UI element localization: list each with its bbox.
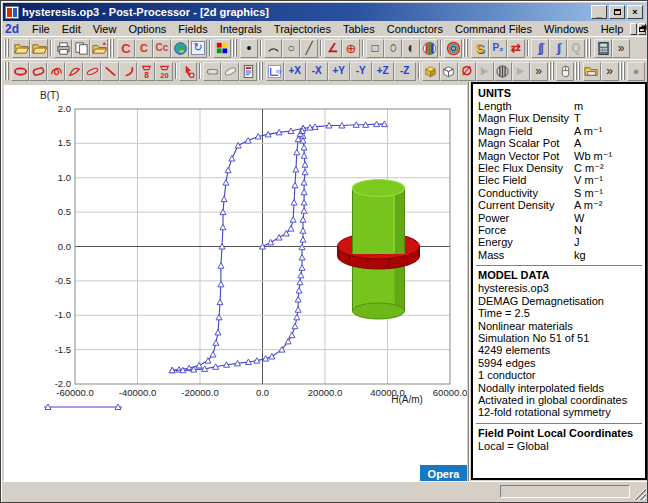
colormap-button[interactable] xyxy=(213,39,231,58)
view-plus-z-button[interactable]: +Z xyxy=(372,62,394,81)
reload-button[interactable]: ↻ xyxy=(189,39,207,58)
menu-item-windows[interactable]: Windows xyxy=(538,23,595,35)
toolbar-sep xyxy=(175,63,177,79)
maximize-button[interactable] xyxy=(609,5,625,19)
mouse-settings-button[interactable] xyxy=(556,62,574,81)
minimize-button[interactable]: _ xyxy=(591,5,607,19)
plane-xy-button[interactable]: xy xyxy=(266,62,284,81)
toolbar-sep xyxy=(440,40,442,56)
copy-button[interactable] xyxy=(72,39,90,58)
coil-racetrack-button[interactable] xyxy=(29,62,47,81)
print-output-button[interactable] xyxy=(583,62,601,81)
menu-item-conductors[interactable]: Conductors xyxy=(381,23,449,35)
potential-button[interactable]: P₂ xyxy=(489,39,507,58)
print-button[interactable] xyxy=(54,39,72,58)
toolbar-grip[interactable] xyxy=(549,62,555,80)
target-tool-button[interactable]: ⊕ xyxy=(342,39,360,58)
zoom-query-button[interactable]: Q xyxy=(567,39,585,58)
toolbar-grip[interactable] xyxy=(575,62,581,80)
energy-button[interactable]: S xyxy=(471,39,489,58)
coil-thin-button[interactable] xyxy=(83,62,101,81)
unit-value: N xyxy=(574,224,582,236)
child-minimize-button[interactable]: _ xyxy=(630,23,636,35)
more-output-button[interactable]: » xyxy=(601,62,619,81)
pencil-button[interactable] xyxy=(221,62,239,81)
menu-item-view[interactable]: View xyxy=(87,23,123,35)
more-tools-button[interactable]: » xyxy=(612,39,630,58)
conductors-small-button[interactable]: C xyxy=(135,39,153,58)
replay-button[interactable]: ▶ xyxy=(512,62,530,81)
menu-item-trajectories[interactable]: Trajectories xyxy=(268,23,337,35)
copy-conductors-button[interactable]: Cc xyxy=(153,39,171,58)
graph-canvas[interactable]: -60000.0-40000.0-20000.00.020000.040000.… xyxy=(4,85,467,483)
record-button[interactable]: ● xyxy=(627,62,645,81)
view-plus-x-button[interactable]: +X xyxy=(284,62,306,81)
view-minus-y-button[interactable]: -Y xyxy=(350,62,372,81)
toolbar-grip[interactable] xyxy=(232,39,239,57)
copy-icon xyxy=(74,41,89,56)
circle-tool-button[interactable]: ○ xyxy=(282,39,300,58)
toolbar-grip[interactable] xyxy=(620,62,626,80)
child-restore-button[interactable] xyxy=(638,23,646,35)
toolbar-grip[interactable] xyxy=(463,39,470,57)
pick-coil-button[interactable] xyxy=(179,62,197,81)
surface-integral-button[interactable]: ∫∫ xyxy=(549,39,567,58)
mdi-child-icon[interactable]: 2d xyxy=(5,22,19,36)
menu-item-help[interactable]: Help xyxy=(595,23,630,35)
menu-item-edit[interactable]: Edit xyxy=(56,23,87,35)
menu-item-options[interactable]: Options xyxy=(122,23,172,35)
angle-tool-button[interactable]: ∠ xyxy=(324,39,342,58)
conductors-large-button[interactable]: C xyxy=(117,39,135,58)
menu-item-file[interactable]: File xyxy=(26,23,56,35)
play-animation-button[interactable]: ▶ xyxy=(476,62,494,81)
resize-grip[interactable] xyxy=(633,487,646,500)
toolbar-grip[interactable] xyxy=(586,39,593,57)
toolbar-sep xyxy=(199,63,201,79)
open-file-button[interactable] xyxy=(12,39,30,58)
capsule-button[interactable] xyxy=(203,62,221,81)
solenoid-20-button[interactable]: 20 xyxy=(155,62,173,81)
world-button[interactable] xyxy=(171,39,189,58)
coil-arc-button[interactable] xyxy=(119,62,137,81)
close-button[interactable]: × xyxy=(627,5,643,19)
client-area: -60000.0-40000.0-20000.00.020000.040000.… xyxy=(3,82,647,483)
volume-integral-button[interactable]: ∫∫∫ xyxy=(531,39,549,58)
open-database-button[interactable] xyxy=(30,39,48,58)
coil-leaf-button[interactable] xyxy=(65,62,83,81)
more-views-button[interactable]: » xyxy=(530,62,548,81)
export-view-button[interactable] xyxy=(90,39,108,58)
solenoid-8-button[interactable]: 8 xyxy=(137,62,155,81)
arc-tool-button[interactable] xyxy=(264,39,282,58)
coil-line-button[interactable] xyxy=(101,62,119,81)
sphere-slice-button[interactable] xyxy=(494,62,512,81)
menu-item-integrals[interactable]: Integrals xyxy=(214,23,268,35)
zero-field-button[interactable]: ∅ xyxy=(458,62,476,81)
y-tick-label: 2.0 xyxy=(58,103,71,114)
menu-item-fields[interactable]: Fields xyxy=(172,23,213,35)
coil-bedstead-button[interactable] xyxy=(47,62,65,81)
sphere-map-button[interactable] xyxy=(420,39,438,58)
solid-view-button[interactable] xyxy=(422,62,440,81)
square-patch-button[interactable]: □ xyxy=(366,39,384,58)
coil-ellipse-button[interactable] xyxy=(11,62,29,81)
calculator-button[interactable] xyxy=(594,39,612,58)
line-tool-button[interactable]: ╱ xyxy=(300,39,318,58)
half-ellipse-patch-button[interactable]: ◐ xyxy=(402,39,420,58)
contour-rings-button[interactable] xyxy=(444,39,462,58)
view-minus-z-button[interactable]: -Z xyxy=(394,62,416,81)
point-tool-button[interactable]: • xyxy=(240,39,258,58)
wire-view-button[interactable] xyxy=(440,62,458,81)
menu-item-command-files[interactable]: Command Files xyxy=(449,23,538,35)
toolbar-grip[interactable] xyxy=(4,62,10,80)
unit-row: Current DensityA m⁻² xyxy=(478,199,640,211)
exchange-button[interactable]: ⇄ xyxy=(507,39,525,58)
toolbar-grip[interactable] xyxy=(109,39,116,57)
view-minus-x-button[interactable]: -X xyxy=(306,62,328,81)
coil-arc-icon xyxy=(121,64,136,79)
ellipse-patch-button[interactable]: ○ xyxy=(384,39,402,58)
toolbar-grip[interactable] xyxy=(258,62,264,80)
view-plus-y-button[interactable]: +Y xyxy=(328,62,350,81)
menu-item-tables[interactable]: Tables xyxy=(337,23,381,35)
script-button[interactable] xyxy=(239,62,257,81)
toolbar-grip[interactable] xyxy=(4,39,11,57)
